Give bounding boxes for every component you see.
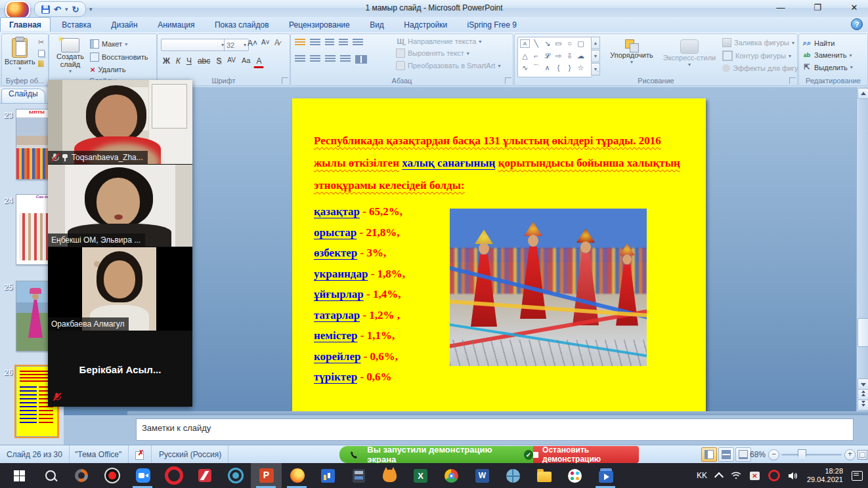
tab-home[interactable]: Главная xyxy=(0,17,51,31)
calculator-icon[interactable] xyxy=(343,463,374,488)
tray-expand-icon[interactable] xyxy=(714,472,724,481)
columns-icon[interactable] xyxy=(355,55,367,64)
oval-icon[interactable]: ○ xyxy=(564,39,575,49)
tab-slideshow[interactable]: Показ слайдов xyxy=(206,18,278,31)
chrome-icon[interactable] xyxy=(436,463,467,488)
arrow-line-icon[interactable]: ↘ xyxy=(542,39,553,49)
movies-app-icon[interactable] xyxy=(590,463,621,488)
action-center-icon[interactable] xyxy=(852,471,863,481)
brace-left-icon[interactable]: { xyxy=(553,63,564,73)
clear-formatting-icon[interactable]: A̷ xyxy=(274,38,280,47)
copy-icon[interactable] xyxy=(38,50,45,57)
right-arrow-icon[interactable]: ⇨ xyxy=(553,51,564,61)
start-button[interactable] xyxy=(4,463,35,488)
align-center-icon[interactable] xyxy=(310,55,320,62)
minimize-button[interactable]: — xyxy=(771,3,791,12)
tab-ispring[interactable]: iSpring Free 9 xyxy=(459,18,525,31)
globe-app-icon[interactable] xyxy=(498,463,529,488)
rectangle-icon[interactable]: ▭ xyxy=(553,39,564,49)
tray-clock[interactable]: 18:28 29.04.2021 xyxy=(807,467,843,484)
shape-outline-button[interactable]: Контур фигуры▾ xyxy=(722,51,808,61)
quick-styles-button[interactable]: Экспресс-стили▾ xyxy=(659,39,720,68)
line-icon[interactable]: ╲ xyxy=(531,39,542,49)
scratch-icon[interactable] xyxy=(374,463,405,488)
numbering-icon[interactable] xyxy=(310,39,320,46)
scroll-thumb[interactable] xyxy=(857,318,868,347)
down-arrow-icon[interactable]: ⇩ xyxy=(564,51,575,61)
participant-tile-2[interactable]: Еңбекші ОМ, Эльвира ... xyxy=(48,165,192,247)
participant-tile-1[interactable]: Toqsanbaeva_Zha... xyxy=(48,80,192,164)
scroll-up-icon[interactable] xyxy=(857,88,868,99)
arrange-button[interactable]: Упорядочить▾ xyxy=(605,39,658,65)
justify-icon[interactable] xyxy=(340,55,351,62)
opera-icon[interactable] xyxy=(158,463,189,488)
layout-button[interactable]: Макет▾ xyxy=(90,39,148,49)
underline-button[interactable]: Ч xyxy=(184,55,194,68)
record-ring-app-icon[interactable] xyxy=(220,463,251,488)
bullets-icon[interactable] xyxy=(295,39,305,46)
fit-to-window-icon[interactable] xyxy=(857,450,867,460)
next-slide-icon[interactable] xyxy=(857,399,868,411)
italic-button[interactable]: К xyxy=(173,55,183,68)
firefox-icon[interactable] xyxy=(282,463,313,488)
align-left-icon[interactable] xyxy=(295,55,305,62)
increase-indent-icon[interactable] xyxy=(339,39,348,46)
taskbar-search-icon[interactable] xyxy=(35,463,66,488)
rounded-rectangle-icon[interactable]: ▢ xyxy=(575,39,586,49)
screen-recorder-icon[interactable] xyxy=(66,463,97,488)
language-indicator[interactable]: KK xyxy=(697,471,707,480)
char-spacing-button[interactable]: AV xyxy=(225,55,238,68)
reset-button[interactable]: Восстановить xyxy=(90,52,148,62)
delete-button[interactable]: ✕Удалить xyxy=(90,66,148,73)
select-button[interactable]: ⇱Выделить▾ xyxy=(802,63,853,71)
notes-input[interactable]: Заметки к слайду xyxy=(136,418,854,441)
align-text-button[interactable]: Выровнять текст▾ xyxy=(396,49,500,58)
scribble-icon[interactable]: ∿ xyxy=(519,63,531,73)
editor-vscrollbar[interactable] xyxy=(856,87,868,411)
zoom-in-icon[interactable]: + xyxy=(844,449,856,460)
elbow-icon[interactable]: ⌐ xyxy=(531,51,542,61)
text-box-icon[interactable]: A xyxy=(520,39,530,48)
scroll-down-icon[interactable] xyxy=(857,378,868,390)
close-button[interactable]: ✕ xyxy=(844,3,864,12)
triangle-icon[interactable]: △ xyxy=(519,51,531,61)
find-button[interactable]: ⌕⌕Найти xyxy=(802,39,853,47)
zoom-percent[interactable]: 68% xyxy=(750,450,766,459)
tab-review[interactable]: Рецензирование xyxy=(280,18,358,31)
paste-button[interactable]: Вставить▾ xyxy=(5,38,35,71)
decrease-indent-icon[interactable] xyxy=(325,39,334,46)
previous-slide-icon[interactable] xyxy=(857,389,868,400)
tab-animation[interactable]: Анимация xyxy=(149,18,203,31)
chart-app-icon[interactable] xyxy=(313,463,343,488)
line-spacing-icon[interactable] xyxy=(353,39,363,46)
zoom-app-icon[interactable] xyxy=(127,463,158,488)
format-painter-icon[interactable] xyxy=(38,60,44,67)
new-slide-button[interactable]: ✳ Создать слайд▾ xyxy=(53,38,87,74)
curve-icon[interactable]: ⌒ xyxy=(531,63,542,73)
wifi-icon[interactable] xyxy=(731,472,741,480)
grow-font-icon[interactable]: A˄ xyxy=(248,39,257,48)
spellcheck-status[interactable]: ✗ xyxy=(129,445,152,464)
change-case-button[interactable]: Aa xyxy=(239,55,253,68)
shape-fill-button[interactable]: Заливка фигуры▾ xyxy=(722,38,808,47)
cloud-icon[interactable]: ☁ xyxy=(575,51,586,61)
slideshow-view-button[interactable] xyxy=(735,447,751,462)
participant-tile-4[interactable]: Берікбай Асыл... xyxy=(48,331,192,407)
slide-sorter-view-button[interactable] xyxy=(718,447,734,462)
zoom-slider-thumb[interactable] xyxy=(798,449,806,460)
tab-addins[interactable]: Надстройки xyxy=(395,18,456,31)
language-status[interactable]: Русский (Россия) xyxy=(152,445,228,464)
tray-blocked-icon[interactable]: ✕ xyxy=(750,472,760,480)
stop-share-button[interactable]: Остановить демонстрацию xyxy=(533,446,639,463)
shape-effects-button[interactable]: Эффекты для фигур▾ xyxy=(722,64,808,72)
shapes-more-icon[interactable]: ▼̱ xyxy=(591,63,600,75)
slide-intro-link[interactable]: халық санағының xyxy=(402,157,495,169)
font-color-button[interactable]: А xyxy=(253,55,264,68)
bold-button[interactable]: Ж xyxy=(160,55,173,68)
brace-right-icon[interactable]: } xyxy=(564,63,575,73)
help-icon[interactable]: ? xyxy=(851,18,863,30)
excel-icon[interactable]: X xyxy=(405,463,436,488)
align-right-icon[interactable] xyxy=(325,55,336,62)
shapes-scroll-up-icon[interactable]: ▲ xyxy=(591,37,600,49)
shrink-font-icon[interactable]: A˅ xyxy=(261,39,270,46)
